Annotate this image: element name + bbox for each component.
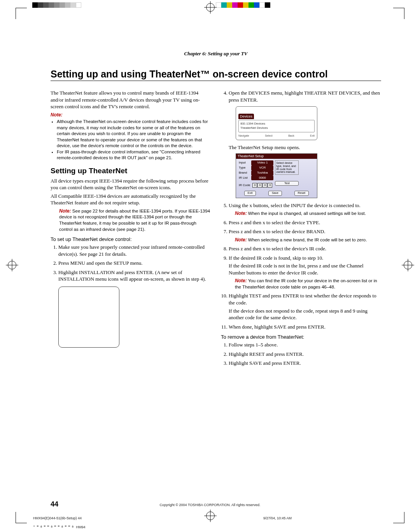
step-text: Press z and then x to select the device …: [229, 229, 325, 234]
save-button: Save: [268, 191, 282, 195]
reset-button: Reset: [294, 191, 309, 195]
step: Follow steps 1–5 above.: [229, 341, 381, 348]
crop-mark: [16, 512, 27, 523]
value: 0000: [251, 176, 273, 181]
dialog-title: TheaterNet Setup: [236, 154, 317, 159]
registration-mark: [206, 512, 215, 520]
setup-table: InputVideo 1 TypeVCR BrandToshiba IR Lis…: [238, 160, 273, 188]
body-paragraph: All Compatible IEEE-1394 devices are aut…: [51, 193, 211, 206]
note-bullet: For IR pass-through device control infor…: [57, 149, 211, 161]
step-text: If the device does not respond to the co…: [229, 308, 381, 321]
hint-exit: Exit: [310, 134, 315, 137]
step: Make sure you have properly connected yo…: [58, 244, 211, 257]
two-column-layout: The TheaterNet feature allows you to con…: [51, 88, 381, 369]
exit-button: Exit: [244, 191, 256, 195]
footer-filename: HMX94(E)044-51(6b-Setup) 44: [33, 516, 82, 520]
step: Press z and then x to select the device …: [229, 228, 381, 243]
step: Highlight SAVE and press ENTER.: [229, 360, 381, 367]
step-text: Highlight TEST and press ENTER to test w…: [229, 292, 381, 306]
value: Toshiba: [251, 171, 273, 176]
label: Brand: [238, 171, 251, 176]
crop-mark: [393, 512, 404, 523]
step-text: If the desired IR code is not in the lis…: [229, 262, 381, 276]
note-text: See page 22 for details about the IEEE-1…: [59, 209, 210, 232]
label: IR List: [238, 176, 251, 181]
step: Highlight TEST and press ENTER to test w…: [229, 292, 381, 321]
procedure-heading: To set up TheaterNet device control:: [51, 236, 211, 242]
body-paragraph: All device types except IEEE-1394 requir…: [51, 178, 211, 191]
screenshot-placeholder: [58, 287, 119, 348]
setup-steps-continued: Open the DEVICES menu, highlight THEATER…: [221, 90, 381, 330]
note-block: Note: Although the TheaterNet on-screen …: [51, 112, 211, 161]
note-label: Note:: [59, 208, 71, 214]
hint-back: Back: [288, 134, 294, 137]
step: When done, highlight SAVE and press ENTE…: [229, 324, 381, 331]
step-note: Note: When the input is changed, all uns…: [235, 210, 381, 217]
setup-steps: Make sure you have properly connected yo…: [51, 244, 211, 283]
test-button: Test: [275, 181, 299, 186]
step-text: The TheaterNet Setup menu opens.: [229, 144, 381, 151]
registration-mark: [8, 261, 16, 269]
label: Type: [238, 165, 251, 171]
note-bullet: Although the TheaterNet on-screen device…: [57, 119, 211, 149]
page: Chapter 6: Setting up your TV Setting up…: [0, 0, 420, 531]
section-title: Setting up TheaterNet: [51, 167, 211, 175]
registration-mark: [206, 3, 215, 12]
theaternet-setup-figure: TheaterNet Setup InputVideo 1 TypeVCR Br…: [236, 153, 317, 198]
crop-mark: [393, 8, 404, 19]
step: Press MENU and open the SETUP menu.: [58, 260, 211, 267]
value: VCR: [251, 165, 273, 171]
step-text: Open the DEVICES menu, highlight THEATER…: [229, 90, 380, 103]
inline-note: Note: See page 22 for details about the …: [59, 208, 211, 232]
footer-timestamp: 9/27/04, 10:45 AM: [263, 516, 292, 520]
step-note: Note: You can find the IR code for your …: [235, 278, 381, 290]
registration-mark: [404, 261, 412, 269]
note-label: Note:: [51, 112, 63, 118]
content-area: Chapter 6: Setting up your TV Setting up…: [51, 51, 381, 508]
value: Video 1: [251, 160, 273, 165]
menu-item: IEE-1394 Devices: [240, 122, 313, 126]
hint-box: Select device type, brand, and IR code f…: [275, 160, 299, 175]
chapter-header: Chapter 6: Setting up your TV: [51, 51, 381, 57]
ir-code-boxes: 0000: [251, 183, 273, 188]
menu-item: TheaterNet Devices: [240, 126, 313, 130]
devices-menu-figure: Devices IEE-1394 Devices TheaterNet Devi…: [236, 106, 317, 140]
crop-mark: [16, 8, 27, 19]
hint-navigate: Navigate: [238, 134, 249, 137]
hint-select: Select: [265, 134, 272, 137]
registration-colorbar-left: [32, 2, 81, 8]
menu-title: Devices: [238, 114, 254, 119]
footer-code: ᄋᄃᄒᄃᄃᄒᄃᄃᄒᄃᄃᄒ HM94: [33, 525, 86, 529]
step: Press z and then x to select the device'…: [229, 245, 381, 252]
title-text: Setting up and using TheaterNet™ on-scre…: [51, 69, 328, 79]
step: Highlight INSTALLATION and press ENTER. …: [58, 269, 211, 283]
step: Highlight RESET and press ENTER.: [229, 351, 381, 358]
intro-paragraph: The TheaterNet feature allows you to con…: [51, 90, 211, 110]
page-title: Setting up and using TheaterNet™ on-scre…: [51, 69, 381, 81]
step: Open the DEVICES menu, highlight THEATER…: [229, 90, 381, 198]
step-text: Using the x buttons, select the INPUT th…: [229, 202, 360, 208]
remove-steps: Follow steps 1–5 above. Highlight RESET …: [221, 341, 381, 367]
step-note: Note: When selecting a new brand, the IR…: [235, 237, 381, 243]
copyright: Copyright © 2004 TOSHIBA CORPORATION. Al…: [0, 503, 420, 507]
left-column: The TheaterNet feature allows you to con…: [51, 88, 211, 369]
step: If the desired IR code is found, skip to…: [229, 255, 381, 290]
procedure-heading: To remove a device from TheaterNet:: [221, 334, 381, 340]
label: Input: [238, 160, 251, 165]
note-bullets: Although the TheaterNet on-screen device…: [51, 119, 211, 161]
right-column: Open the DEVICES menu, highlight THEATER…: [221, 88, 381, 369]
step: Press z and then x to select the device …: [229, 219, 381, 226]
registration-colorbar-right: [216, 2, 270, 8]
step-text: If the desired IR code is found, skip to…: [229, 255, 381, 262]
step: Using the x buttons, select the INPUT th…: [229, 202, 381, 217]
label: IR Code: [238, 183, 251, 188]
